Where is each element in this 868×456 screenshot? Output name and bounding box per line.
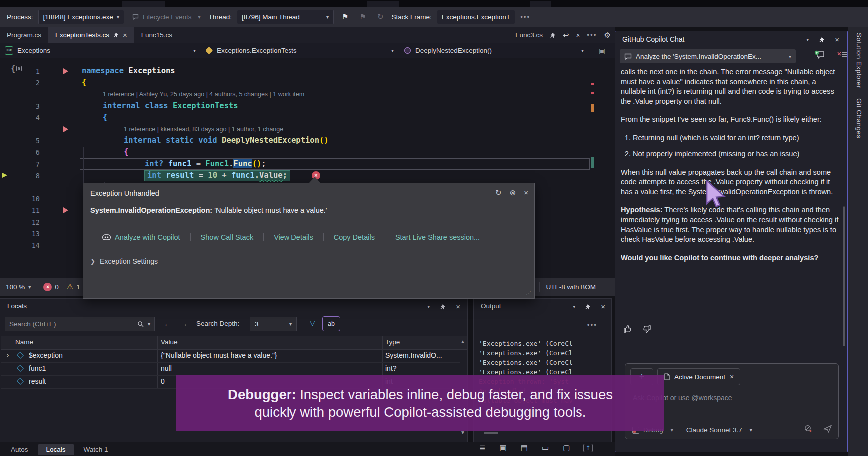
thumbs-down-icon[interactable] <box>642 324 651 334</box>
expander-chevron-icon[interactable]: › <box>7 351 9 359</box>
search-forward-icon[interactable]: → <box>180 319 188 328</box>
code-line[interactable]: 6{ <box>0 146 615 158</box>
popup-action-copy-details[interactable]: Copy Details <box>324 233 385 241</box>
breadcrumb-method[interactable]: DeeplyNestedException() ▾ <box>399 43 589 58</box>
close-icon[interactable]: × <box>835 35 839 44</box>
code-line[interactable]: 7int? func1 = Func1.Func(); <box>0 158 615 170</box>
navigate-back-icon[interactable]: ↩ <box>563 31 569 40</box>
flag-outline-icon[interactable]: ⚑ <box>356 12 369 21</box>
pin-icon[interactable] <box>440 304 446 310</box>
close-icon[interactable]: × <box>123 31 127 39</box>
resize-grip[interactable]: ⋰ <box>526 290 532 296</box>
publish-icon[interactable]: ↥ <box>583 444 593 452</box>
chevron-down-icon[interactable]: ▾ <box>148 321 150 327</box>
bottom-tab-watch-1[interactable]: Watch 1 <box>76 444 116 455</box>
code-line[interactable]: 3internal class ExceptionTests <box>0 100 615 112</box>
clear-chat-icon[interactable] <box>837 50 848 60</box>
tab-program-cs[interactable]: Program.cs <box>0 27 48 43</box>
search-back-icon[interactable]: ← <box>164 319 171 328</box>
popup-action-view-details[interactable]: View Details <box>264 233 324 241</box>
warning-icon[interactable]: ⚠ <box>67 282 73 291</box>
close-icon[interactable]: × <box>730 373 734 381</box>
chevron-down-icon[interactable]: ▾ <box>806 37 809 42</box>
new-chat-icon[interactable] <box>814 50 825 60</box>
popup-action-show-call-stack[interactable]: Show Call Stack <box>191 233 264 241</box>
rail-tab-solution-explorer[interactable]: Solution Explorer <box>854 33 863 88</box>
bottom-tab-locals[interactable]: Locals <box>38 444 74 455</box>
debugger-promo-banner: Debugger: Inspect variables inline, debu… <box>176 375 664 431</box>
layers-icon[interactable]: ▣ <box>500 443 507 452</box>
code-line[interactable]: 4{ <box>0 112 615 123</box>
pin-icon[interactable] <box>585 304 591 310</box>
column-type[interactable]: Type <box>385 338 400 346</box>
text-visualizer-toggle[interactable]: ab <box>322 316 340 331</box>
tab-func15-cs[interactable]: Func15.cs <box>134 27 179 43</box>
column-value[interactable]: Value <box>161 338 178 346</box>
toolbar-overflow-button[interactable]: ••• <box>520 13 530 21</box>
scroll-up-icon[interactable]: ▲ <box>460 339 465 344</box>
stack-frame-dropdown[interactable]: Exceptions.ExceptionT <box>437 10 515 24</box>
rail-tab-git-changes[interactable]: Git Changes <box>854 98 863 139</box>
codelens-row[interactable]: 1 reference | Ashley Yu, 25 days ago | 4… <box>0 88 615 100</box>
context-chip-active-document[interactable]: Active Document × <box>657 368 740 385</box>
gear-icon[interactable]: ⚙ <box>604 31 611 40</box>
code-line[interactable]: 2{ <box>0 77 615 88</box>
error-count[interactable]: 0 <box>55 283 59 291</box>
close-icon[interactable]: × <box>456 302 460 311</box>
close-icon[interactable]: × <box>601 302 605 311</box>
popup-action-analyze-with-copilot[interactable]: Analyze with Copilot <box>92 233 191 241</box>
tab-overflow-button[interactable]: ••• <box>587 31 597 39</box>
chevron-down-icon[interactable]: ▾ <box>427 304 430 309</box>
warning-count[interactable]: 1 <box>76 283 80 291</box>
exception-settings-expander[interactable]: ❯ Exception Settings <box>90 257 158 265</box>
flag-icon[interactable]: ⚑ <box>339 12 351 21</box>
search-depth-dropdown[interactable]: 3 ▾ <box>250 317 297 331</box>
bottom-tab-autos[interactable]: Autos <box>3 444 36 455</box>
chat-thread-dropdown[interactable]: Analyze the 'System.InvalidOperationEx..… <box>620 49 796 63</box>
breadcrumb-project[interactable]: C# Exceptions ▾ <box>0 43 201 58</box>
model-dropdown[interactable]: Claude Sonnet 3.7 ▾ <box>686 426 752 434</box>
chat-panel-icons: ▾ × <box>803 35 839 44</box>
chevron-down-icon[interactable]: ▾ <box>573 304 575 309</box>
locals-row[interactable]: func1nullint? <box>1 362 460 376</box>
pin-icon[interactable] <box>819 37 825 43</box>
horizontal-scrollbar-thumb[interactable] <box>484 432 498 434</box>
break-settings-icon[interactable]: ⊗ <box>510 188 516 197</box>
document-outline-icon[interactable]: ▣ <box>589 43 615 58</box>
breadcrumb-class[interactable]: Exceptions.ExceptionTests ▾ <box>201 43 399 58</box>
tab-exceptiontests-cs[interactable]: ExceptionTests.cs× <box>48 27 134 43</box>
encoding-indicator[interactable]: UTF-8 with BOM <box>546 283 596 291</box>
tab-func3[interactable]: Func3.cs <box>515 31 543 39</box>
tools-icon[interactable] <box>804 424 812 433</box>
code-line[interactable]: 1namespace Exceptions <box>0 65 615 77</box>
output-overflow-button[interactable]: ••• <box>587 321 597 329</box>
lifecycle-events-button[interactable]: Lifecycle Events ▾ <box>129 13 204 21</box>
skip-loop-icon[interactable]: ↻ <box>374 12 387 21</box>
send-icon[interactable] <box>823 425 832 433</box>
terminal-icon[interactable]: ▢ <box>563 443 570 452</box>
locals-search-input[interactable]: Search (Ctrl+E) ▾ <box>5 317 155 331</box>
watch-grid-icon[interactable]: ▤ <box>521 443 528 452</box>
refresh-icon[interactable]: ↻ <box>495 188 502 197</box>
chat-bold: Would you like Copilot to continue with … <box>621 254 818 262</box>
zoom-level[interactable]: 100 % <box>6 283 25 291</box>
locals-row[interactable]: ›$exception{"Nullable object must have a… <box>1 349 460 363</box>
chat-scrollbar[interactable] <box>843 206 845 346</box>
filter-icon[interactable]: ▽ <box>310 319 315 327</box>
process-dropdown[interactable]: [18848] Exceptions.exe▾ <box>38 10 124 24</box>
code-line[interactable]: 5internal static void DeeplyNestedExcept… <box>0 135 615 146</box>
thread-dropdown[interactable]: [8796] Main Thread▾ <box>237 10 334 24</box>
scroll-marker-strip[interactable] <box>590 58 595 278</box>
pin-icon[interactable] <box>550 32 556 38</box>
output-list-icon[interactable]: ≣ <box>479 443 486 452</box>
close-icon[interactable]: × <box>524 188 528 197</box>
error-count-icon[interactable]: × <box>43 283 52 291</box>
column-name[interactable]: Name <box>15 338 33 346</box>
close-icon[interactable]: × <box>576 31 580 39</box>
popup-action-start-live-share-session-[interactable]: Start Live Share session... <box>385 233 490 241</box>
pin-icon[interactable] <box>113 32 119 38</box>
code-line[interactable]: 8int result = 10 + func1.Value;× <box>0 170 615 181</box>
console-icon[interactable]: ▭ <box>542 443 549 452</box>
thumbs-up-icon[interactable] <box>623 324 633 334</box>
codelens-row[interactable]: 1 reference | kkeirstead, 83 days ago | … <box>0 123 615 135</box>
